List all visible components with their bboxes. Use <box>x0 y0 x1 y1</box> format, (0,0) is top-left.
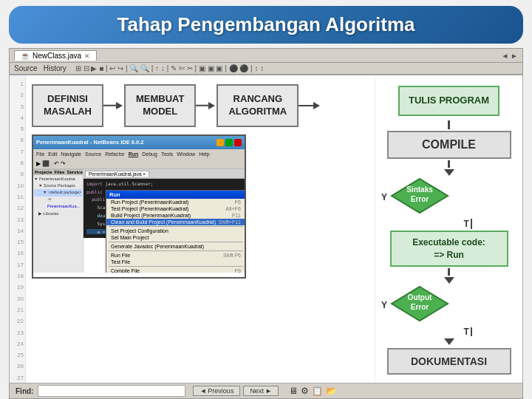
diamond-1-svg: Sintaks Error <box>390 177 449 214</box>
svg-text:Error: Error <box>411 195 429 203</box>
menu-tools[interactable]: Tools <box>161 151 173 157</box>
toolbar-icons: ⊞ ⊟ ▶ ■ | ↩ ↪ | 🔍 🔍 | ↑ ↓ | ✎ ✄ ✂ | ▣ ▣ … <box>75 64 264 72</box>
active-file-tab[interactable]: PenerimaanKuadrat.java × <box>85 171 149 177</box>
menu-debug[interactable]: Debug <box>142 151 157 157</box>
popup-item-test-project[interactable]: Test Project (PenerimaanKuadrat)Alt+F6 <box>106 205 245 212</box>
mini-ide-winbtns[interactable] <box>216 139 242 146</box>
mini-ide[interactable]: PenerimaanKuadrat - NetBeans IDE 8.0.2 F… <box>32 134 246 279</box>
menu-file[interactable]: File <box>36 151 44 157</box>
toolbar-icon-3[interactable]: ↶ <box>54 160 59 167</box>
line-num-16: 16 <box>11 248 24 259</box>
page-title: Tahap Pengembangan Algoritma <box>24 13 508 36</box>
popup-item-run-project[interactable]: Run Project (PenerimaanKuadrat)F6 <box>106 199 245 205</box>
tree-project[interactable]: ▼ PenerimaanKuadrat <box>34 176 82 183</box>
mini-ide-toolbar: ▶ ⬛ | ↶ ↷ <box>33 159 245 169</box>
sidebar-tree: ▼ PenerimaanKuadrat ▼ Source Packages ▼ … <box>33 175 83 218</box>
close-btn[interactable] <box>234 139 242 146</box>
line-num-15: 15 <box>11 236 24 248</box>
bottom-icon-3[interactable]: 📋 <box>312 386 323 396</box>
svg-text:Sintaks: Sintaks <box>406 185 433 194</box>
menu-refactor[interactable]: Refactor <box>105 151 124 157</box>
context-menu-popup[interactable]: Run Run Project (PenerimaanKuadrat)F6 Te… <box>106 190 245 273</box>
popup-item-test-file[interactable]: Test File <box>106 259 245 265</box>
mini-ide-titlebar: PenerimaanKuadrat - NetBeans IDE 8.0.2 <box>33 136 245 149</box>
history-label[interactable]: History <box>44 64 66 72</box>
diamond-row-2: Y Output Error <box>378 285 519 325</box>
ide-tab-icon: ☕ <box>21 52 30 60</box>
line-num-9: 9 <box>11 168 24 180</box>
mini-ide-code-area: PenerimaanKuadrat.java × import java.uti… <box>83 169 245 273</box>
line-num-10: 10 <box>11 180 24 191</box>
vline-3 <box>471 219 473 229</box>
files-tab[interactable]: Files <box>55 170 65 174</box>
line-num-11: 11 <box>11 191 24 202</box>
minimize-btn[interactable] <box>216 139 224 146</box>
y-label-2: Y <box>381 300 387 310</box>
source-label[interactable]: Source <box>14 64 38 72</box>
next-button[interactable]: Next ► <box>243 386 278 396</box>
tree-source-packages[interactable]: ▼ Source Packages <box>34 183 82 189</box>
next-icon: ► <box>265 387 272 395</box>
line-num-27: 27 <box>11 372 24 383</box>
line-num-2: 2 <box>11 89 24 100</box>
popup-item-javadoc[interactable]: Generate Javadoc (PenerimaanKuadrat) <box>106 243 245 250</box>
mini-ide-sidebar: Projects Files Services ▼ PenerimaanKuad… <box>33 169 83 273</box>
title-bar: Tahap Pengembangan Algoritma <box>9 6 523 44</box>
line-num-22: 22 <box>11 316 24 327</box>
toolbar-icon-2[interactable]: ⬛ <box>42 160 50 167</box>
tree-default-pkg[interactable]: ▼ <default package> <box>34 189 82 196</box>
sidebar-header: Projects Files Services <box>33 169 83 175</box>
ide-tab[interactable]: ☕ NewClass.java ✕ <box>14 50 97 61</box>
line-num-7: 7 <box>11 146 24 157</box>
bottom-icon-4[interactable]: 📂 <box>326 386 337 396</box>
t-label-row-2: T <box>464 327 473 337</box>
ide-tab-close[interactable]: ✕ <box>84 52 90 60</box>
arrow-3-shaft <box>299 105 313 107</box>
prev-button[interactable]: ◄ Previous <box>193 386 240 396</box>
toolbar-divider-1: | <box>51 160 52 167</box>
prev-icon: ◄ <box>200 387 206 395</box>
menu-navigate[interactable]: Navigate <box>61 151 81 157</box>
toolbar-icon-4[interactable]: ↷ <box>61 160 66 167</box>
line-num-17: 17 <box>11 259 24 270</box>
popup-item-clean-build[interactable]: Clean and Build Project (PenerimaanKuadr… <box>106 219 245 225</box>
vline-5 <box>471 327 473 336</box>
maximize-btn[interactable] <box>225 139 233 146</box>
menu-window[interactable]: Window <box>177 151 195 157</box>
popup-sep-2 <box>109 242 243 242</box>
popup-item-set-main[interactable]: Set Main Project <box>106 234 245 241</box>
popup-item-compile[interactable]: Compile FileF9 <box>106 267 245 273</box>
arrow-3-tip <box>313 102 320 109</box>
ide-nav-arrows[interactable]: ◄ ► <box>501 52 518 60</box>
menu-run[interactable]: Run <box>129 151 139 157</box>
line-num-24: 24 <box>11 338 24 349</box>
step-definisi-masalah: DEFINISIMASALAH <box>32 84 103 127</box>
menu-help[interactable]: Help <box>199 151 209 157</box>
tree-file[interactable]: ☕ PenerimaanKua... <box>34 197 82 211</box>
mini-ide-file-tabs[interactable]: PenerimaanKuadrat.java × <box>83 169 245 179</box>
find-label: Find: <box>16 387 33 395</box>
popup-item-set-config[interactable]: Set Project Configuration <box>106 228 245 234</box>
services-tab[interactable]: Services <box>66 170 83 174</box>
bottom-icon-2[interactable]: ⚙ <box>301 386 309 396</box>
projects-tab[interactable]: Projects <box>35 170 52 174</box>
line-num-12: 12 <box>11 202 24 214</box>
tree-libraries[interactable]: ▶ Libraries <box>34 211 82 217</box>
right-column: TULIS PROGRAM COMPILE Y Sintaks Error <box>375 75 522 383</box>
menu-source[interactable]: Source <box>85 151 101 157</box>
popup-item-build[interactable]: Build Project (PenerimaanKuadrat)F11 <box>106 212 245 219</box>
diamond-2-svg: Output Error <box>390 285 449 322</box>
t-label-row-1: T <box>464 219 473 229</box>
popup-item-run-file[interactable]: Run FileShift F6 <box>106 252 245 259</box>
step-membuat-model: MEMBUATMODEL <box>124 84 196 127</box>
mini-ide-menu[interactable]: File Edit Navigate Source Refactor Run D… <box>33 149 245 159</box>
find-input-box[interactable] <box>38 385 185 397</box>
arrow-tip-1 <box>444 169 454 176</box>
bottom-icon-1[interactable]: 🖥 <box>289 386 298 396</box>
diamond-1-wrapper: Sintaks Error <box>390 177 449 217</box>
next-label: Next <box>250 387 264 395</box>
menu-edit[interactable]: Edit <box>48 151 57 157</box>
vline-1 <box>448 120 450 129</box>
toolbar-icon-1[interactable]: ▶ <box>36 160 41 167</box>
line-num-20: 20 <box>11 293 24 304</box>
